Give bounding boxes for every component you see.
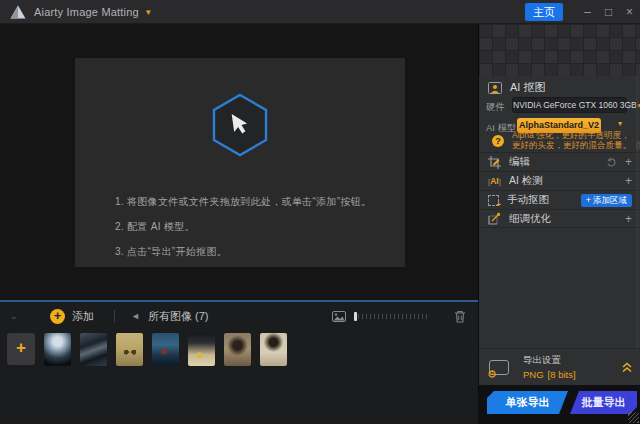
hardware-dropdown[interactable]: NVIDIA GeForce GTX 1060 3GB ▾ xyxy=(512,97,627,113)
image-list-toolbar: ⌄ + 添加 ◄ 所有图像 (7) xyxy=(0,302,478,330)
manual-region-icon: + xyxy=(488,195,499,206)
titlebar-controls: 主页 – □ × xyxy=(525,0,640,24)
thumbnail-size-slider[interactable] xyxy=(354,312,430,321)
main-canvas: 1. 将图像文件或文件夹拖放到此处，或单击“添加”按钮。 2. 配置 AI 模型… xyxy=(0,24,478,300)
instruction-step-1: 1. 将图像文件或文件夹拖放到此处，或单击“添加”按钮。 xyxy=(115,195,371,207)
expand-icon[interactable]: + xyxy=(625,156,632,168)
app-title: Aiarty Image Matting xyxy=(34,6,139,18)
thumbnail-girl-beige-flowers[interactable] xyxy=(260,333,287,366)
toolbar-divider xyxy=(114,310,115,323)
panel-ai-detect[interactable]: [AI] AI 检测 + xyxy=(479,171,640,190)
panel-refine[interactable]: 细调优化 + xyxy=(479,209,640,228)
home-button[interactable]: 主页 xyxy=(525,3,563,21)
ai-matting-title: AI 抠图 xyxy=(510,80,545,95)
add-button[interactable]: + 添加 xyxy=(50,309,94,324)
export-settings[interactable]: ⚙ 导出设置 PNG[8 bits] xyxy=(479,348,640,385)
slider-handle[interactable] xyxy=(354,312,357,321)
thumbnail-red-dress-forest[interactable] xyxy=(152,333,179,366)
instruction-step-2: 2. 配置 AI 模型。 xyxy=(115,220,371,232)
hardware-label: 硬件 xyxy=(486,101,505,114)
add-image-tile[interactable]: + xyxy=(7,333,35,365)
single-export-button[interactable]: 单张导出 xyxy=(487,391,568,414)
dropzone[interactable]: 1. 将图像文件或文件夹拖放到此处，或单击“添加”按钮。 2. 配置 AI 模型… xyxy=(75,58,405,267)
dropzone-instructions: 1. 将图像文件或文件夹拖放到此处，或单击“添加”按钮。 2. 配置 AI 模型… xyxy=(115,195,371,270)
minimize-button[interactable]: – xyxy=(577,0,598,24)
gear-icon: ⚙ xyxy=(487,369,497,380)
window-resize-grip[interactable] xyxy=(628,412,639,423)
undo-icon[interactable] xyxy=(606,157,617,167)
export-settings-icon: ⚙ xyxy=(489,360,509,375)
all-images-filter[interactable]: ◄ 所有图像 (7) xyxy=(131,309,208,324)
ai-matting-icon xyxy=(488,82,502,94)
image-list-panel: ⌄ + 添加 ◄ 所有图像 (7) xyxy=(0,300,478,424)
add-plus-icon: + xyxy=(50,309,65,324)
collapse-up-icon[interactable] xyxy=(621,362,633,373)
instruction-step-3: 3. 点击“导出”开始抠图。 xyxy=(115,245,371,257)
app-window: Aiarty Image Matting ▾ 主页 – □ × 1. 将图像文件… xyxy=(0,0,640,424)
plus-icon: + xyxy=(586,194,591,207)
tool-panels: 编辑 + [AI] AI 检测 + + 手动抠图 xyxy=(479,152,640,228)
thumbnail-portrait-flowers[interactable] xyxy=(224,333,251,366)
panel-edit[interactable]: 编辑 + xyxy=(479,152,640,171)
filter-arrow-icon: ◄ xyxy=(131,311,140,321)
edit-icon xyxy=(488,156,501,169)
app-logo-icon xyxy=(10,5,26,19)
thumbnail-girl-yellow-flowers[interactable] xyxy=(188,333,215,366)
expand-icon[interactable]: + xyxy=(625,213,632,225)
thumbnail-jellyfish[interactable] xyxy=(44,333,71,366)
titlebar: Aiarty Image Matting ▾ 主页 – □ × xyxy=(0,0,640,24)
delete-icon[interactable] xyxy=(454,310,466,323)
thumbnail-bicycle[interactable] xyxy=(116,333,143,366)
app-menu-chevron-icon[interactable]: ▾ xyxy=(146,7,151,17)
close-button[interactable]: × xyxy=(619,0,640,24)
add-region-button[interactable]: +添加区域 xyxy=(581,194,632,207)
thumbnail-size-icon xyxy=(332,311,346,322)
transparency-checker-background xyxy=(479,24,640,76)
ai-detect-icon: [AI] xyxy=(488,176,501,186)
export-format: PNG[8 bits] xyxy=(523,369,576,380)
batch-export-button[interactable]: 批量导出 xyxy=(570,391,637,414)
chevron-down-icon[interactable]: ▾ xyxy=(618,119,622,128)
ai-matting-header: AI 抠图 xyxy=(488,80,545,95)
sidebar: AI 抠图 硬件 NVIDIA GeForce GTX 1060 3GB ▾ A… xyxy=(478,24,640,424)
sidebar-scrollbar[interactable] xyxy=(636,76,639,348)
maximize-button[interactable]: □ xyxy=(598,0,619,24)
expand-icon[interactable]: + xyxy=(625,175,632,187)
collapse-panel-icon[interactable]: ⌄ xyxy=(10,311,26,321)
help-icon[interactable]: ? xyxy=(492,135,504,147)
export-settings-title: 导出设置 xyxy=(523,354,576,367)
drop-hexagon-cursor-icon xyxy=(211,93,269,157)
refine-icon xyxy=(488,212,501,225)
export-buttons-bar: 单张导出 批量导出 xyxy=(479,385,640,424)
thumbnail-dark-leaves[interactable] xyxy=(80,333,107,366)
panel-manual-matting[interactable]: + 手动抠图 +添加区域 xyxy=(479,190,640,209)
thumbnail-strip: + xyxy=(0,330,478,366)
model-hint-line2: 更好的头发，更好的混合质量。(SOTA) xyxy=(512,140,640,152)
